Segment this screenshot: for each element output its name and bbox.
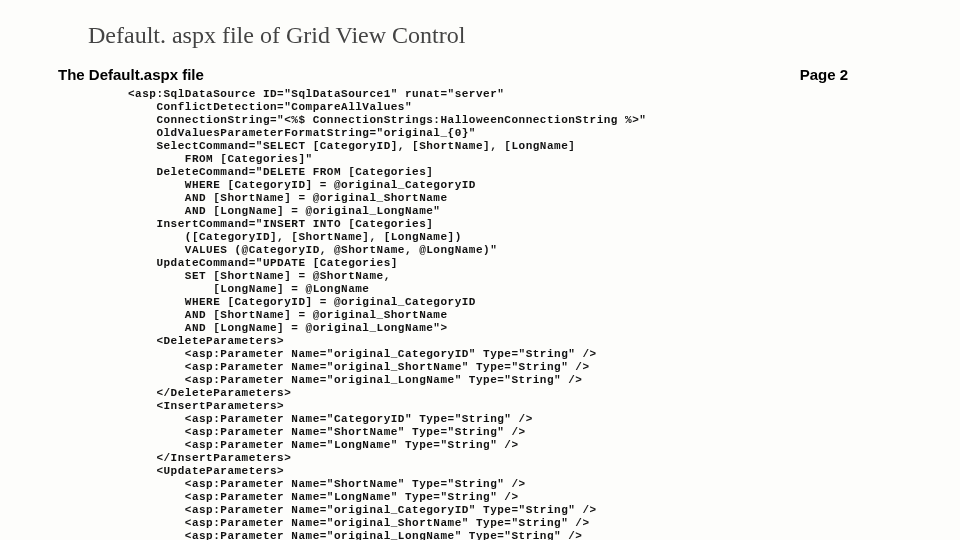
file-header: The Default.aspx file: [58, 66, 204, 83]
page-label: Page 2: [800, 66, 848, 83]
slide: Default. aspx file of Grid View Control …: [0, 0, 960, 540]
slide-title: Default. aspx file of Grid View Control: [88, 22, 465, 49]
code-block: <asp:SqlDataSource ID="SqlDataSource1" r…: [128, 88, 880, 540]
